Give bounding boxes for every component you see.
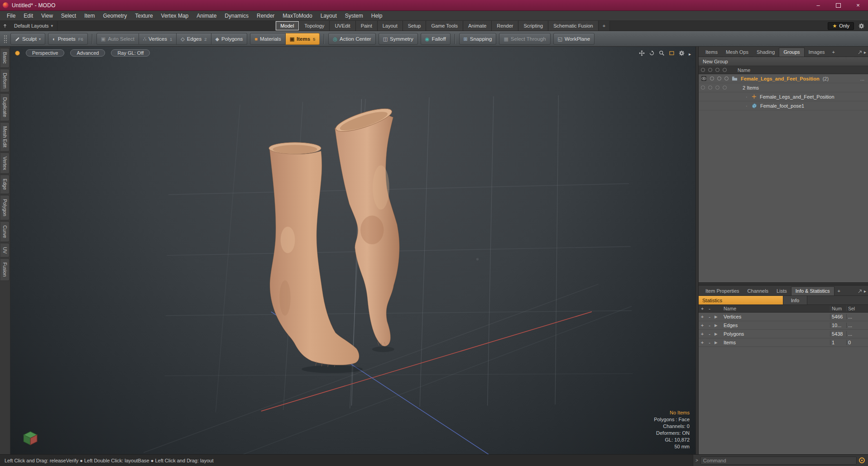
edges-mode-button[interactable]: ◇ Edges 2: [177, 33, 211, 45]
panel-options-caret-icon[interactable]: ▸: [864, 289, 868, 295]
pan-icon[interactable]: [639, 50, 645, 58]
snapping-button[interactable]: ⊞ Snapping: [459, 33, 497, 45]
sidebar-tab-deform[interactable]: Deform: [0, 69, 10, 92]
layout-switcher[interactable]: Default Layouts ▾: [10, 21, 58, 31]
subtab-statistics[interactable]: Statistics: [699, 296, 783, 304]
tab-topology[interactable]: Topology: [299, 21, 330, 31]
stats-row-items[interactable]: + - ▶ Items 1 0: [699, 338, 868, 347]
sidebar-tab-vertex[interactable]: Vertex: [0, 152, 10, 174]
expand-all-button[interactable]: +: [699, 306, 706, 311]
tab-add-layout[interactable]: +: [599, 21, 610, 31]
sidebar-tab-duplicate[interactable]: Duplicate: [0, 93, 10, 121]
menu-dynamics[interactable]: Dynamics: [221, 11, 253, 20]
tab-animate[interactable]: Animate: [463, 21, 492, 31]
menu-animate[interactable]: Animate: [192, 11, 221, 20]
tab-groups[interactable]: Groups: [779, 48, 804, 57]
tab-channels[interactable]: Channels: [743, 287, 772, 295]
new-group-button[interactable]: New Group: [699, 57, 868, 66]
menu-layout[interactable]: Layout: [317, 11, 341, 20]
items-mode-button[interactable]: ▣ Items 5: [286, 33, 320, 45]
toolbar-grip[interactable]: [4, 35, 7, 43]
action-center-button[interactable]: ◎ Action Center: [328, 33, 375, 45]
layout-home-button[interactable]: [0, 21, 10, 31]
tab-paint[interactable]: Paint: [356, 21, 378, 31]
workplane-button[interactable]: ◱ WorkPlane: [553, 33, 595, 45]
eye-icon[interactable]: [701, 76, 707, 81]
menu-edit[interactable]: Edit: [19, 11, 37, 20]
falloff-button[interactable]: ◉ Falloff: [421, 33, 451, 45]
stats-row-edges[interactable]: + - ▶ Edges 10... ...: [699, 321, 868, 330]
menu-view[interactable]: View: [37, 11, 57, 20]
collapse-button[interactable]: -: [706, 314, 713, 319]
group-row[interactable]: Female_Legs_and_Feet_Position (2) ...: [699, 74, 868, 83]
tab-setup[interactable]: Setup: [403, 21, 427, 31]
lock-toggle-icon[interactable]: [717, 76, 721, 81]
expander-icon[interactable]: ▶: [713, 323, 724, 328]
menu-texture[interactable]: Texture: [131, 11, 157, 20]
sidebar-tab-curve[interactable]: Curve: [0, 221, 10, 242]
group-toggles-row[interactable]: 2 Items: [699, 83, 868, 92]
tab-add-panel[interactable]: +: [829, 48, 838, 57]
menu-system[interactable]: System: [341, 11, 367, 20]
toggle-icon[interactable]: [723, 86, 727, 90]
popout-icon[interactable]: [858, 50, 864, 57]
orbit-rotate-icon[interactable]: [649, 50, 655, 58]
tab-layout[interactable]: Layout: [378, 21, 403, 31]
sidebar-tab-mesh-edit[interactable]: Mesh Edit: [0, 122, 10, 152]
viewport-collapse-icon[interactable]: ▸: [689, 52, 691, 57]
expander-icon[interactable]: ▶: [713, 314, 724, 319]
stats-row-vertices[interactable]: + - ▶ Vertices 5466 ...: [699, 313, 868, 321]
tab-scripting[interactable]: Scripting: [518, 21, 548, 31]
tab-schematic-fusion[interactable]: Schematic Fusion: [548, 21, 598, 31]
toggle-icon[interactable]: [708, 86, 712, 90]
sidebar-tab-basic[interactable]: Basic: [0, 48, 10, 68]
maximize-button[interactable]: [828, 0, 848, 10]
tab-render[interactable]: Render: [492, 21, 518, 31]
viewport-3d[interactable]: Perspective Advanced Ray GL: Off: [10, 47, 695, 454]
command-input[interactable]: [700, 456, 857, 465]
materials-mode-button[interactable]: ■ Materials: [250, 33, 285, 45]
only-button[interactable]: ★ Only: [828, 22, 854, 30]
tab-mesh-ops[interactable]: Mesh Ops: [722, 48, 753, 57]
tab-shading[interactable]: Shading: [753, 48, 779, 57]
expand-button[interactable]: +: [699, 323, 706, 328]
collapse-button[interactable]: -: [706, 323, 713, 328]
menu-file[interactable]: File: [3, 11, 19, 20]
minimize-button[interactable]: –: [808, 0, 828, 10]
sculpt-button[interactable]: Sculpt ▾: [10, 33, 45, 45]
polygons-mode-button[interactable]: ◆ Polygons: [211, 33, 248, 45]
collapse-all-button[interactable]: -: [706, 306, 713, 311]
tree-item-position[interactable]: · Female_Legs_and_Feet_Position: [699, 92, 868, 101]
expander-icon[interactable]: ▶: [713, 332, 724, 336]
viewport-menu-thumb[interactable]: [15, 51, 20, 56]
tab-add-panel[interactable]: +: [834, 287, 844, 295]
tab-lists[interactable]: Lists: [772, 287, 791, 295]
symmetry-button[interactable]: ◫ Symmetry: [379, 33, 418, 45]
tab-info-statistics[interactable]: Info & Statistics: [791, 286, 834, 295]
expand-button[interactable]: +: [699, 340, 706, 345]
horizontal-splitter[interactable]: [699, 282, 868, 285]
collapse-button[interactable]: -: [706, 331, 713, 337]
auto-select-button[interactable]: ▣ Auto Select: [96, 33, 139, 45]
projection-selector[interactable]: Perspective: [26, 49, 64, 57]
toggle-icon[interactable]: [715, 86, 719, 90]
raygl-selector[interactable]: Ray GL: Off: [111, 49, 150, 57]
tab-items-list[interactable]: Items: [701, 48, 722, 57]
panel-options-caret-icon[interactable]: ▸: [864, 50, 868, 57]
sidebar-tab-uv[interactable]: UV: [0, 243, 10, 258]
sidebar-tab-edge[interactable]: Edge: [0, 175, 10, 194]
tab-uvedit[interactable]: UVEdit: [330, 21, 355, 31]
maximize-viewport-icon[interactable]: [669, 50, 675, 58]
menu-geometry[interactable]: Geometry: [99, 11, 131, 20]
menu-help[interactable]: Help: [367, 11, 387, 20]
menu-maxtomodo[interactable]: MaxToModo: [278, 11, 316, 20]
sidebar-tab-polygon[interactable]: Polygon: [0, 195, 10, 220]
popout-icon[interactable]: [858, 289, 864, 295]
toggle-icon[interactable]: [701, 86, 705, 90]
subtab-info[interactable]: Info: [783, 296, 807, 304]
expander-icon[interactable]: ▶: [713, 340, 724, 345]
menu-select[interactable]: Select: [57, 11, 80, 20]
presets-button[interactable]: ◐ Presets F6: [48, 33, 88, 45]
vertices-mode-button[interactable]: ∴ Vertices 1: [139, 33, 177, 45]
tab-images[interactable]: Images: [805, 48, 829, 57]
